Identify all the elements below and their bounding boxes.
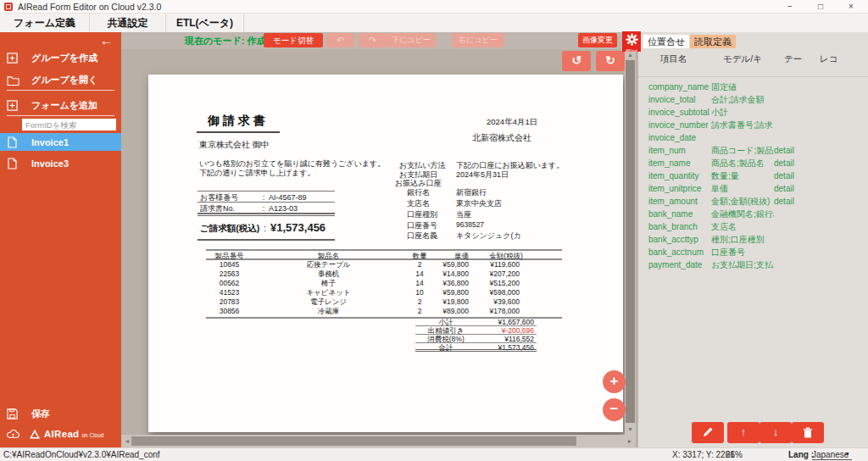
cell: ¥36,800 — [435, 279, 469, 288]
invoice-title: 御請求書 — [197, 114, 280, 133]
tab-etl-beta[interactable]: ETL(ベータ) — [166, 14, 244, 32]
collapse-sidebar-icon[interactable]: ← — [100, 33, 113, 47]
form-item-label: Invoice3 — [31, 158, 69, 169]
image-change-button[interactable]: 画像変更 — [578, 33, 617, 47]
field-row[interactable]: company_name固定値 — [638, 81, 868, 93]
rotate-right-button[interactable]: ↻ — [596, 51, 625, 71]
document-page[interactable]: 御請求書 2024年4月1日 北新宿株式会社 東京株式会社 御中 いつも格別のお… — [148, 75, 623, 432]
field-row[interactable]: item_unitprice単価detail — [638, 182, 868, 195]
edit-field-button[interactable] — [692, 422, 724, 443]
copy-down-button[interactable]: 下にコピー — [387, 33, 436, 47]
field-row[interactable]: bank_accttyp種別;口座種別 — [638, 233, 868, 246]
field-row[interactable]: bank_branch支店名 — [638, 220, 868, 233]
summary-row: 小計¥1,657,600 — [415, 318, 537, 326]
field-model: 数量;量 — [711, 169, 774, 182]
field-name: bank_branch — [648, 220, 711, 233]
scroll-right-icon[interactable]: ► — [625, 435, 635, 447]
field-row[interactable]: invoice_number請求書番号;請求 — [638, 119, 868, 131]
table-row: 00562椅子14¥36,800¥515,200 — [206, 279, 562, 288]
tab-read-definition[interactable]: 読取定義 — [690, 35, 736, 48]
undo-button[interactable]: ↶ — [326, 33, 354, 47]
field-row[interactable]: bank_acctnum口座番号 — [638, 246, 868, 258]
cell: 2 — [404, 297, 435, 307]
tab-form-definition[interactable]: フォーム定義 — [0, 14, 90, 32]
add-form-button[interactable]: フォームを追加 — [0, 97, 121, 114]
field-row[interactable]: payment_dateお支払期日;支払い — [638, 258, 868, 271]
summary-value: ¥1,657,600 — [476, 318, 537, 325]
product-table: 製品番号 製品名 数量 単価 金額(税抜) 10845応接テーブル2¥59,80… — [206, 249, 562, 319]
field-row[interactable]: item_name商品名;製品名detail — [638, 157, 868, 169]
summary-row: 消費税(8%)¥116,552 — [415, 335, 537, 343]
maximize-button[interactable]: □ — [805, 0, 836, 14]
pay-label: 銀行名 — [407, 187, 430, 198]
zoom-out-button[interactable]: − — [603, 398, 626, 421]
cell: ¥14,800 — [435, 269, 469, 279]
cell: 10845 — [206, 260, 253, 269]
redo-button[interactable]: ↷ — [359, 33, 387, 47]
close-button[interactable]: × — [836, 0, 866, 14]
field-model: 単価 — [711, 182, 774, 195]
field-row[interactable]: item_quantity数量;量detail — [638, 169, 868, 182]
tab-position-align[interactable]: 位置合せ — [643, 35, 689, 48]
app-logo-icon — [4, 3, 13, 11]
cell: 2 — [404, 307, 435, 316]
summary-row: 出精値引き¥-200,696 — [415, 326, 537, 335]
save-label: 保存 — [31, 408, 50, 420]
save-button[interactable]: 保存 — [0, 405, 121, 423]
field-detail-link[interactable]: detail — [774, 195, 794, 208]
field-row[interactable]: invoice_date — [638, 131, 868, 144]
settings-button[interactable]: AIRead — [622, 31, 641, 52]
field-row[interactable]: item_num商品コード;製品番号detail — [638, 144, 868, 157]
delete-field-button[interactable] — [792, 422, 824, 443]
field-row[interactable]: bank_name金融機関名;銀行名 — [638, 208, 868, 220]
pay-value: キタシンジュク(カ — [456, 230, 521, 242]
sidebar-divider — [7, 115, 114, 116]
mode-switch-button[interactable]: モード切替 — [264, 33, 323, 47]
minimize-button[interactable]: − — [775, 0, 805, 14]
sidebar-item-invoice3[interactable]: Invoice3 — [0, 154, 121, 172]
pay-value: 当座 — [456, 209, 471, 220]
cell: 22563 — [206, 269, 253, 279]
pay-value: 新宿銀行 — [456, 187, 487, 198]
field-row[interactable]: item_amount金額;金額(税抜)detail — [638, 195, 868, 208]
rotate-left-button[interactable]: ↺ — [562, 51, 591, 71]
pay-label: 口座名義 — [407, 230, 437, 242]
vertical-scrollbar-thumb[interactable] — [626, 60, 635, 423]
open-group-button[interactable]: グループを開く — [0, 71, 121, 89]
status-bar: C:¥AIReadOnCloud¥v2.3.0¥AIRead_conf X: 3… — [0, 447, 868, 461]
tab-common-settings[interactable]: 共通設定 — [90, 14, 166, 32]
formid-search-input[interactable] — [22, 119, 116, 131]
field-detail-link[interactable]: detail — [774, 169, 794, 182]
sidebar-item-invoice1[interactable]: Invoice1 — [0, 133, 121, 151]
folder-open-icon — [7, 75, 20, 86]
move-field-down-button[interactable]: ↓ — [760, 422, 792, 443]
header-divider — [638, 76, 868, 77]
field-model: 商品名;製品名 — [711, 157, 774, 169]
move-field-up-button[interactable]: ↑ — [727, 422, 760, 443]
caret-down-icon[interactable]: ▼ — [844, 451, 850, 457]
field-row[interactable]: invoice_subtotal小計 — [638, 106, 868, 119]
scroll-down-icon[interactable]: ▼ — [625, 424, 636, 435]
vertical-scrollbar[interactable]: ▲ ▼ — [625, 49, 636, 435]
horizontal-scrollbar[interactable]: ◄ ► — [121, 435, 636, 447]
pay-label: 支店名 — [407, 198, 430, 209]
invoice-summary: 小計¥1,657,600 出精値引き¥-200,696 消費税(8%)¥116,… — [415, 318, 537, 352]
horizontal-scrollbar-thumb[interactable] — [131, 436, 576, 446]
field-model: 固定値 — [711, 81, 774, 93]
create-group-button[interactable]: グループを作成 — [0, 49, 121, 67]
document-area: ↺ ↻ 御請求書 2024年4月1日 北新宿株式会社 東京株式会社 御中 いつも… — [121, 49, 636, 447]
field-detail-link[interactable]: detail — [774, 144, 794, 157]
copy-right-button[interactable]: 右にコピー — [452, 33, 504, 47]
field-name: invoice_number — [648, 119, 711, 131]
field-row[interactable]: invoice_total合計;請求金額 — [638, 93, 868, 106]
open-group-label: グループを開く — [31, 74, 97, 86]
cell: ¥598,000 — [469, 288, 562, 297]
add-form-label: フォームを追加 — [31, 99, 97, 112]
field-model: 商品コード;製品番号 — [711, 144, 774, 157]
field-detail-link[interactable]: detail — [774, 182, 794, 195]
toolbar: 現在のモード: 作成 モード切替 ↶ ↷ 下にコピー 右にコピー 画像変更 — [121, 32, 636, 49]
zoom-in-button[interactable]: + — [603, 370, 626, 393]
field-model: 種別;口座種別 — [711, 233, 774, 246]
table-row: 20783電子レンジ2¥19,800¥39,600 — [206, 297, 562, 307]
field-detail-link[interactable]: detail — [774, 157, 794, 169]
